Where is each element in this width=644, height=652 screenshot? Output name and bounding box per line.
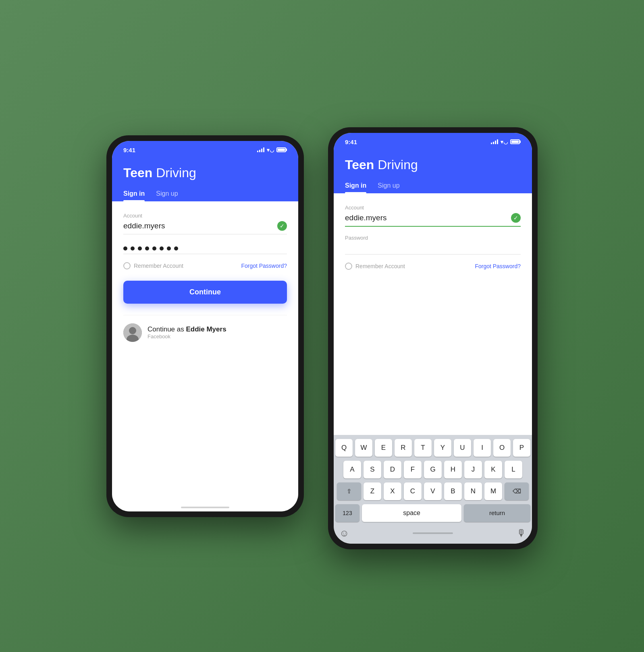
key-s[interactable]: S: [364, 461, 381, 478]
dot: [152, 246, 156, 250]
key-r[interactable]: R: [395, 439, 412, 457]
tab-sign-in-1[interactable]: Sign in: [123, 190, 145, 201]
dot: [167, 246, 171, 250]
key-l[interactable]: L: [505, 461, 522, 478]
key-shift[interactable]: ⇧: [337, 482, 361, 500]
key-z[interactable]: Z: [364, 482, 381, 500]
key-delete[interactable]: ⌫: [505, 482, 529, 500]
tab-sign-up-2[interactable]: Sign up: [378, 182, 399, 193]
key-d[interactable]: D: [384, 461, 401, 478]
forgot-password-link-1[interactable]: Forgot Password?: [241, 263, 287, 269]
svg-point-1: [129, 327, 136, 334]
tab-sign-up-1[interactable]: Sign up: [156, 190, 178, 201]
facebook-info-1: Continue as Eddie Myers Facebook: [147, 325, 226, 339]
key-j[interactable]: J: [464, 461, 482, 478]
key-k[interactable]: K: [484, 461, 502, 478]
avatar-1: [123, 323, 142, 342]
app-title-2: Teen Driving: [345, 157, 521, 172]
key-q[interactable]: Q: [335, 439, 353, 457]
status-bar-1: 9:41 ▾◡: [112, 141, 298, 157]
account-label-2: Account: [345, 205, 521, 211]
keyboard: Q W E R T Y U I O P A S D F G H: [334, 435, 532, 544]
key-c[interactable]: C: [404, 482, 422, 500]
key-o[interactable]: O: [493, 439, 511, 457]
form-area-2: Account eddie.myers ✓ Password Remember …: [334, 193, 532, 435]
phone-2: 9:41 ▾◡ Teen Driving: [328, 127, 538, 549]
signal-icon-2: [491, 139, 498, 144]
keyboard-row-2: A S D F G H J K L: [335, 461, 530, 478]
remember-left-2: Remember Account: [345, 263, 405, 270]
password-field-2[interactable]: [345, 243, 521, 255]
key-f[interactable]: F: [404, 461, 422, 478]
check-icon-2: ✓: [511, 213, 521, 223]
app-title-1: Teen Driving: [123, 166, 287, 180]
forgot-password-link-2[interactable]: Forgot Password?: [475, 263, 521, 269]
remember-label: Remember Account: [134, 263, 183, 269]
account-input-1[interactable]: eddie.myers ✓: [123, 221, 287, 234]
status-bar-2: 9:41 ▾◡: [334, 133, 532, 149]
key-v[interactable]: V: [424, 482, 442, 500]
remember-row-1: Remember Account Forgot Password?: [123, 262, 287, 269]
account-input-2[interactable]: eddie.myers ✓: [345, 213, 521, 227]
battery-icon-2: [510, 139, 521, 144]
key-w[interactable]: W: [355, 439, 372, 457]
battery-icon: [276, 147, 287, 152]
account-label-1: Account: [123, 213, 287, 219]
form-area-1: Account eddie.myers ✓: [112, 201, 298, 502]
home-bar-1: [181, 507, 229, 508]
check-icon-1: ✓: [277, 221, 287, 231]
key-b[interactable]: B: [444, 482, 462, 500]
phone-1: 9:41 ▾◡ Teen Driving: [106, 135, 304, 517]
time-1: 9:41: [123, 147, 135, 153]
key-u[interactable]: U: [454, 439, 471, 457]
dot: [123, 246, 127, 250]
dot: [160, 246, 164, 250]
key-t[interactable]: T: [414, 439, 432, 457]
tabs-1: Sign in Sign up: [123, 190, 287, 201]
key-123[interactable]: 123: [335, 504, 359, 522]
status-icons-1: ▾◡: [257, 147, 287, 153]
remember-radio[interactable]: [123, 262, 131, 269]
key-n[interactable]: N: [464, 482, 482, 500]
continue-button-1[interactable]: Continue: [123, 281, 287, 304]
tabs-2: Sign in Sign up: [345, 182, 521, 193]
home-indicator-1: [112, 502, 298, 511]
key-return[interactable]: return: [464, 504, 530, 522]
password-field-1[interactable]: [123, 242, 287, 254]
keyboard-bottom: ☺ 🎙: [335, 526, 530, 541]
key-h[interactable]: H: [444, 461, 462, 478]
keyboard-row-4: 123 space return: [335, 504, 530, 522]
status-icons-2: ▾◡: [491, 139, 521, 145]
key-x[interactable]: X: [384, 482, 401, 500]
facebook-row-1[interactable]: Continue as Eddie Myers Facebook: [123, 323, 287, 342]
app-header-2: Teen Driving Sign in Sign up: [334, 149, 532, 193]
dot: [174, 246, 178, 250]
key-m[interactable]: M: [484, 482, 502, 500]
mic-icon[interactable]: 🎙: [517, 528, 526, 539]
dot: [145, 246, 149, 250]
remember-label-2: Remember Account: [355, 263, 405, 269]
remember-left: Remember Account: [123, 262, 183, 269]
home-bar-2: [413, 532, 453, 534]
facebook-source-1: Facebook: [147, 333, 226, 339]
key-g[interactable]: G: [424, 461, 442, 478]
key-y[interactable]: Y: [434, 439, 451, 457]
key-a[interactable]: A: [343, 461, 361, 478]
signal-icon: [257, 147, 264, 152]
time-2: 9:41: [345, 139, 357, 145]
wifi-icon: ▾◡: [267, 147, 274, 153]
tab-sign-in-2[interactable]: Sign in: [345, 182, 366, 193]
facebook-name-1: Continue as Eddie Myers: [147, 325, 226, 333]
emoji-icon[interactable]: ☺: [339, 528, 349, 539]
key-p[interactable]: P: [513, 439, 530, 457]
key-i[interactable]: I: [474, 439, 491, 457]
divider-1: [123, 315, 287, 315]
dot: [131, 246, 135, 250]
app-header-1: Teen Driving Sign in Sign up: [112, 157, 298, 201]
key-space[interactable]: space: [362, 504, 461, 522]
keyboard-row-3: ⇧ Z X C V B N M ⌫: [335, 482, 530, 500]
remember-radio-2[interactable]: [345, 263, 352, 270]
key-e[interactable]: E: [375, 439, 392, 457]
wifi-icon-2: ▾◡: [501, 139, 508, 145]
keyboard-row-1: Q W E R T Y U I O P: [335, 439, 530, 457]
